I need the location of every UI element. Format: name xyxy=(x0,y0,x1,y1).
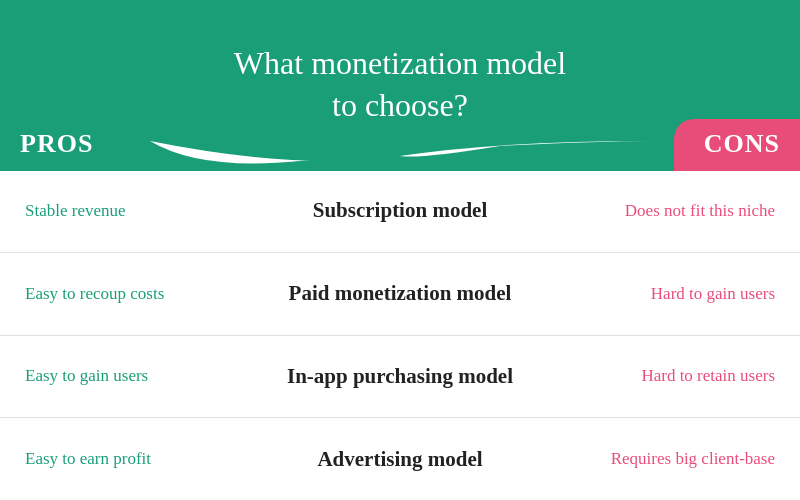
con-text: Hard to gain users xyxy=(570,284,790,304)
content-area: Stable revenue Subscription model Does n… xyxy=(0,170,800,500)
model-label: Subscription model xyxy=(230,198,570,223)
pro-text: Easy to earn profit xyxy=(10,449,230,469)
pro-text: Stable revenue xyxy=(10,201,230,221)
pro-text: Easy to recoup costs xyxy=(10,284,230,304)
cons-badge: CONS xyxy=(674,119,800,171)
pro-text: Easy to gain users xyxy=(10,366,230,386)
pros-badge: PROS xyxy=(0,119,123,171)
main-container: What monetization model to choose? PROS … xyxy=(0,0,800,500)
model-label: In-app purchasing model xyxy=(230,364,570,389)
table-row: Easy to gain users In-app purchasing mod… xyxy=(0,336,800,419)
con-text: Hard to retain users xyxy=(570,366,790,386)
con-text: Does not fit this niche xyxy=(570,201,790,221)
table-row: Stable revenue Subscription model Does n… xyxy=(0,170,800,253)
page-title: What monetization model to choose? xyxy=(234,43,566,126)
model-label: Advertising model xyxy=(230,447,570,472)
header: What monetization model to choose? PROS … xyxy=(0,0,800,170)
con-text: Requires big client-base xyxy=(570,449,790,469)
table-row: Easy to recoup costs Paid monetization m… xyxy=(0,253,800,336)
table-row: Easy to earn profit Advertising model Re… xyxy=(0,418,800,500)
model-label: Paid monetization model xyxy=(230,281,570,306)
